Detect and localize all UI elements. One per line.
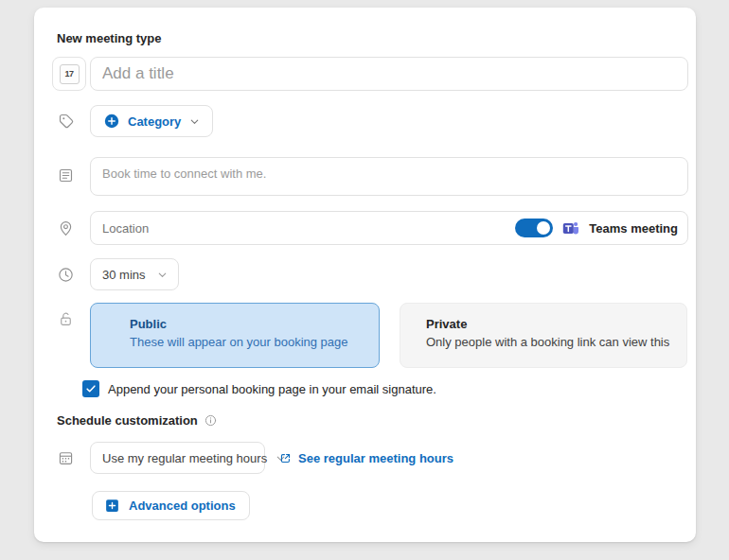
add-circle-icon bbox=[103, 113, 120, 130]
meeting-hours-select[interactable]: Use my regular meeting hours bbox=[90, 442, 265, 474]
visibility-row: Public These will appear on your booking… bbox=[57, 303, 688, 368]
location-row: Teams meeting bbox=[57, 211, 688, 245]
clock-icon bbox=[57, 266, 75, 284]
advanced-options-row: Advanced options bbox=[92, 491, 688, 520]
description-icon bbox=[57, 166, 75, 184]
title-row: 17 bbox=[57, 57, 688, 91]
signature-checkbox-row: Append your personal booking page in you… bbox=[82, 380, 688, 397]
category-button[interactable]: Category bbox=[90, 105, 213, 137]
schedule-customization-heading: Schedule customization bbox=[57, 413, 688, 428]
title-input[interactable] bbox=[90, 57, 688, 91]
visibility-option-private[interactable]: Private Only people with a booking link … bbox=[400, 303, 687, 368]
public-option-title: Public bbox=[130, 317, 365, 331]
signature-checkbox[interactable] bbox=[82, 380, 99, 397]
external-link-icon bbox=[278, 451, 293, 465]
private-option-subtitle: Only people with a booking link can view… bbox=[426, 335, 673, 349]
duration-select[interactable]: 30 mins bbox=[90, 258, 179, 290]
info-icon[interactable] bbox=[204, 413, 218, 428]
add-square-icon bbox=[104, 498, 120, 514]
see-regular-meeting-hours-link[interactable]: See regular meeting hours bbox=[278, 451, 453, 465]
page-title: New meeting type bbox=[57, 31, 688, 45]
chevron-down-icon bbox=[156, 269, 169, 281]
calendar-icon-button[interactable]: 17 bbox=[52, 57, 86, 91]
lock-open-icon bbox=[57, 310, 75, 328]
visibility-option-public[interactable]: Public These will appear on your booking… bbox=[90, 303, 380, 368]
duration-row: 30 mins bbox=[57, 258, 688, 290]
meeting-hours-value: Use my regular meeting hours bbox=[102, 451, 267, 465]
private-option-title: Private bbox=[426, 317, 673, 331]
teams-meeting-label: Teams meeting bbox=[589, 221, 678, 236]
advanced-options-label: Advanced options bbox=[129, 499, 236, 513]
calendar-date-icon: 17 bbox=[60, 64, 80, 84]
category-button-label: Category bbox=[128, 114, 181, 129]
teams-icon bbox=[561, 219, 580, 237]
teams-meeting-toggle[interactable] bbox=[515, 219, 553, 237]
duration-value: 30 mins bbox=[102, 268, 146, 282]
see-regular-meeting-hours-label: See regular meeting hours bbox=[298, 451, 453, 465]
category-row: Category bbox=[57, 105, 688, 137]
calendar-day-number: 17 bbox=[64, 69, 73, 79]
location-input[interactable] bbox=[102, 221, 507, 236]
schedule-heading-text: Schedule customization bbox=[57, 413, 198, 428]
advanced-options-button[interactable]: Advanced options bbox=[92, 491, 250, 520]
signature-checkbox-label: Append your personal booking page in you… bbox=[108, 382, 436, 396]
location-field-shell: Teams meeting bbox=[90, 211, 688, 245]
description-input[interactable] bbox=[90, 157, 688, 196]
public-option-subtitle: These will appear on your booking page bbox=[130, 335, 365, 349]
checkmark-icon bbox=[85, 383, 97, 394]
description-row bbox=[57, 157, 688, 196]
location-icon bbox=[57, 219, 75, 237]
meeting-hours-row: Use my regular meeting hours See regular… bbox=[57, 442, 688, 474]
tag-icon bbox=[57, 112, 76, 131]
chevron-down-icon bbox=[188, 115, 201, 128]
calendar-grid-icon bbox=[57, 449, 75, 467]
new-meeting-type-panel: New meeting type 17 bbox=[34, 8, 696, 542]
